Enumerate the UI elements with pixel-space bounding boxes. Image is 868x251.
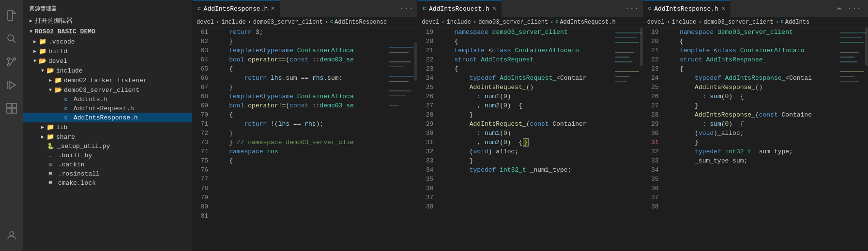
- folder-icon-demo03: 📂: [54, 86, 62, 94]
- svg-rect-39: [840, 52, 859, 53]
- build-chevron: ▶: [31, 48, 39, 54]
- search-icon[interactable]: [0, 27, 23, 50]
- tree-item-demo02[interactable]: ▶ 📁 demo02_talker_listener: [23, 75, 192, 85]
- sidebar: 资源管理器 ▶ 打开的编辑器 ▼ ROS02_BASIC_DEMO ▶ 📁 .v…: [23, 0, 193, 251]
- source-control-icon[interactable]: [0, 50, 23, 74]
- tree-item-share[interactable]: ▶ 📁 share: [23, 132, 192, 142]
- file-icon-addints: C: [62, 97, 70, 103]
- code-content-3[interactable]: namespace demo03_server_client { templat…: [663, 28, 839, 251]
- folder-icon-build: 📁: [39, 47, 46, 55]
- tab-close-1[interactable]: ×: [271, 5, 274, 12]
- svg-rect-13: [388, 28, 417, 221]
- svg-rect-9: [12, 103, 16, 108]
- file-icon-rosinstall: ≡: [46, 170, 54, 177]
- file-icon-setup-util: 🐍: [46, 143, 54, 150]
- share-chevron: ▶: [39, 134, 46, 140]
- tree-item-devel[interactable]: ▼ 📂 devel: [23, 56, 192, 66]
- file-icon-cmake-lock: ≡: [46, 179, 54, 187]
- file-icon-addints-response: C: [62, 115, 70, 121]
- tree-item-rosinstall[interactable]: ≡ .rosinstall: [23, 169, 192, 178]
- svg-rect-28: [615, 52, 634, 53]
- tab-addints-request-2[interactable]: C AddIntsRequest.h ×: [418, 0, 502, 17]
- svg-rect-10: [7, 109, 11, 113]
- tab-bar-2: C AddIntsRequest.h × ···: [418, 0, 642, 17]
- svg-rect-19: [389, 81, 409, 82]
- svg-rect-0: [8, 11, 13, 20]
- svg-rect-16: [389, 61, 411, 62]
- svg-rect-8: [7, 103, 11, 108]
- activity-bar: [0, 0, 23, 251]
- split-editor-icon[interactable]: ⊟: [838, 4, 841, 13]
- svg-rect-43: [840, 76, 854, 77]
- tree-item-built-by[interactable]: ≡ .built_by: [23, 151, 192, 160]
- open-editors-chevron: ▶: [27, 18, 35, 24]
- svg-rect-40: [840, 57, 854, 58]
- code-content-2[interactable]: namespace demo03_server_client { templat…: [437, 28, 613, 251]
- tree-item-demo03[interactable]: ▼ 📂 demo03_server_client: [23, 85, 192, 95]
- files-icon[interactable]: [0, 4, 23, 27]
- tab-addints-response-3[interactable]: C AddIntsResponse.h ×: [643, 0, 731, 17]
- tree-item-addints-response[interactable]: C AddIntsResponse.h: [23, 113, 192, 122]
- root-chevron: ▼: [27, 29, 35, 34]
- code-area-2: 1920212223 2425262728 2930313233 3435363…: [418, 28, 642, 251]
- open-editors-label: 打开的编辑器: [35, 16, 73, 25]
- file-icon-catkin: ≡: [46, 161, 54, 168]
- tab-more-2[interactable]: ···: [621, 4, 643, 13]
- tab-file-icon-3: C: [648, 6, 652, 12]
- tab-addints-response-1[interactable]: C AddIntsResponse.h ×: [193, 0, 280, 17]
- svg-rect-31: [615, 71, 639, 72]
- demo02-chevron: ▶: [46, 77, 54, 83]
- svg-rect-18: [389, 76, 413, 77]
- svg-rect-21: [389, 95, 406, 96]
- line-numbers-1: 6162636465 6667686970 7172737475 7677787…: [193, 28, 212, 251]
- tab-title-3: AddIntsResponse.h: [654, 5, 718, 13]
- folder-icon-vscode: 📁: [39, 38, 46, 45]
- breadcrumb-2: devel › include › demo03_server_client ›…: [418, 17, 642, 28]
- svg-rect-15: [389, 52, 409, 53]
- tree-item-include[interactable]: ▼ 📂 include: [23, 66, 192, 75]
- file-icon-built-by: ≡: [46, 152, 54, 159]
- tree-item-setup-util[interactable]: 🐍 _setup_util.py: [23, 142, 192, 151]
- root-label: ROS02_BASIC_DEMO: [35, 28, 95, 35]
- tab-title-2: AddIntsRequest.h: [429, 5, 489, 13]
- code-area-1: 6162636465 6667686970 7172737475 7677787…: [193, 28, 417, 251]
- svg-rect-33: [615, 81, 627, 82]
- minimap-3: [839, 28, 868, 251]
- breadcrumb-3: devel › include › demo03_server_client ›…: [643, 17, 868, 28]
- tab-more-1[interactable]: ···: [396, 4, 418, 13]
- tree-item-addints-request[interactable]: C AddIntsRequest.h: [23, 104, 192, 113]
- svg-rect-20: [389, 90, 411, 91]
- root-folder-header[interactable]: ▼ ROS02_BASIC_DEMO: [23, 27, 192, 37]
- folder-icon-share: 📁: [46, 133, 54, 141]
- code-content-1[interactable]: return 3; } template<typename ContainerA…: [212, 28, 388, 251]
- tree-item-catkin[interactable]: ≡ .catkin: [23, 160, 192, 169]
- extensions-icon[interactable]: [0, 97, 23, 120]
- tree-item-build[interactable]: ▶ 📁 build: [23, 46, 192, 56]
- editor-area: C AddIntsResponse.h × ··· devel › includ…: [193, 0, 868, 251]
- svg-marker-6: [9, 81, 15, 89]
- tree-item-cmake-lock[interactable]: ≡ cmake.lock: [23, 178, 192, 188]
- tree-item-vscode[interactable]: ▶ 📁 .vscode: [23, 37, 192, 46]
- tree-item-lib[interactable]: ▶ 📁 lib: [23, 122, 192, 132]
- folder-icon-lib: 📁: [46, 123, 54, 131]
- run-icon[interactable]: [0, 74, 23, 97]
- tab-more-3[interactable]: ···: [843, 4, 865, 13]
- svg-rect-11: [12, 109, 16, 113]
- svg-line-2: [13, 40, 16, 43]
- svg-rect-14: [389, 47, 413, 48]
- include-chevron: ▼: [39, 68, 46, 74]
- tab-title-1: AddIntsResponse.h: [204, 5, 268, 13]
- tab-close-3[interactable]: ×: [721, 5, 725, 12]
- svg-rect-17: [389, 66, 404, 67]
- tree-item-addints[interactable]: C AddInts.h: [23, 95, 192, 104]
- line-numbers-3: 1920212223 2425262728 2930313233 3435363…: [643, 28, 663, 251]
- account-icon[interactable]: [0, 224, 23, 247]
- vscode-chevron: ▶: [31, 39, 39, 44]
- svg-point-12: [10, 232, 14, 236]
- open-editors-header[interactable]: ▶ 打开的编辑器: [23, 15, 192, 27]
- svg-rect-38: [840, 42, 864, 43]
- svg-point-3: [8, 58, 10, 60]
- svg-rect-25: [615, 32, 641, 33]
- svg-rect-29: [615, 57, 629, 58]
- tab-close-2[interactable]: ×: [492, 5, 496, 12]
